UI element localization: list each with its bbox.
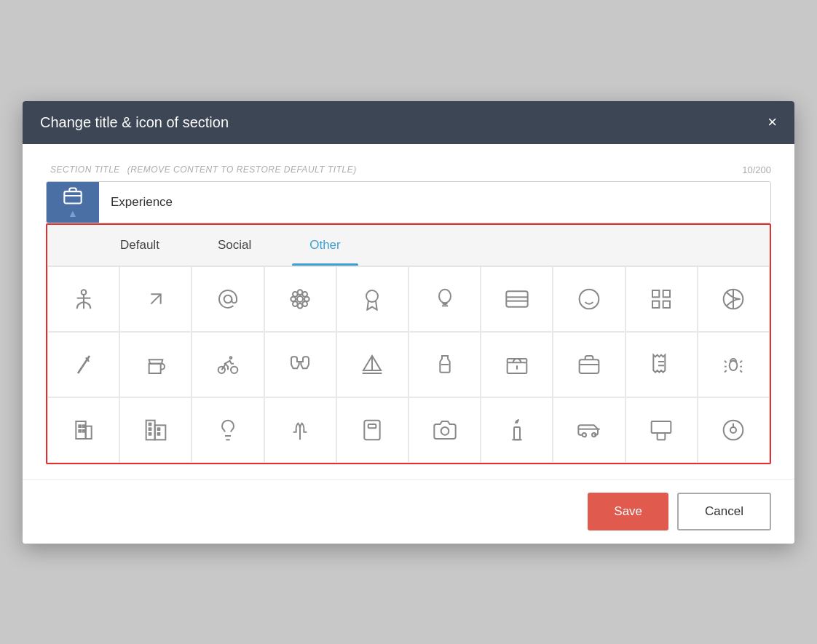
svg-rect-38 <box>580 359 599 373</box>
icon-treasure-box[interactable] <box>481 332 553 397</box>
modal-footer: Save Cancel <box>23 479 794 544</box>
svg-point-6 <box>297 296 303 302</box>
svg-line-29 <box>78 356 90 373</box>
svg-rect-53 <box>149 428 151 430</box>
icon-billboard[interactable] <box>625 397 698 463</box>
svg-rect-58 <box>368 424 376 428</box>
svg-rect-24 <box>663 290 670 297</box>
icon-bottle[interactable] <box>408 332 481 397</box>
svg-point-32 <box>230 357 232 359</box>
svg-rect-54 <box>149 433 151 435</box>
svg-rect-48 <box>79 430 81 432</box>
close-button[interactable]: × <box>767 114 777 130</box>
svg-point-15 <box>366 290 378 302</box>
icon-cd[interactable] <box>698 397 770 463</box>
icon-camera[interactable] <box>408 397 481 463</box>
svg-rect-23 <box>652 290 659 297</box>
title-input[interactable] <box>99 182 770 223</box>
briefcase-icon <box>63 186 83 206</box>
icon-lightbulb[interactable] <box>192 397 264 463</box>
icon-receipt[interactable] <box>625 332 698 397</box>
svg-point-9 <box>291 296 296 301</box>
icon-beer[interactable] <box>119 332 192 397</box>
svg-rect-56 <box>157 433 159 435</box>
svg-point-16 <box>439 289 451 303</box>
icon-car[interactable] <box>553 397 625 463</box>
tabs-container: Default Social Other <box>46 223 771 464</box>
modal-header: Change title & icon of section × <box>23 101 794 144</box>
cancel-button[interactable]: Cancel <box>677 493 771 530</box>
icon-preview: ▲ <box>47 182 99 223</box>
svg-rect-25 <box>652 301 659 307</box>
svg-point-14 <box>303 301 308 306</box>
svg-point-69 <box>592 433 596 437</box>
svg-rect-49 <box>82 430 84 432</box>
icon-award[interactable] <box>336 266 408 332</box>
icon-calculator[interactable] <box>336 397 408 463</box>
svg-point-13 <box>293 301 298 306</box>
icon-bicycle[interactable] <box>192 332 264 397</box>
svg-rect-57 <box>365 420 380 440</box>
icon-grid[interactable] <box>625 266 698 332</box>
icon-preview-chevron: ▲ <box>68 207 78 219</box>
tab-social[interactable]: Social <box>189 225 280 266</box>
svg-rect-55 <box>157 428 159 430</box>
svg-point-10 <box>304 296 309 301</box>
char-count: 10/200 <box>742 164 771 175</box>
section-label: SECTION TITLE (REMOVE CONTENT TO RESTORE… <box>46 164 357 175</box>
svg-rect-17 <box>506 291 527 306</box>
svg-rect-44 <box>85 426 91 438</box>
svg-rect-46 <box>79 425 81 427</box>
icon-flower[interactable] <box>264 266 336 332</box>
svg-point-75 <box>730 427 736 433</box>
icon-money[interactable] <box>481 266 553 332</box>
svg-point-30 <box>231 366 237 373</box>
svg-point-8 <box>298 303 303 309</box>
icon-building-sm[interactable] <box>47 397 119 463</box>
svg-point-2 <box>81 290 86 295</box>
icon-cactus[interactable] <box>264 397 336 463</box>
svg-point-65 <box>441 427 449 435</box>
icon-candle[interactable] <box>481 397 553 463</box>
svg-rect-52 <box>149 423 151 425</box>
icon-baseball-bat[interactable] <box>47 332 119 397</box>
icon-briefcase2[interactable] <box>553 332 625 397</box>
icon-sailboat[interactable] <box>336 332 408 397</box>
svg-point-12 <box>303 292 308 297</box>
icon-binoculars[interactable] <box>264 332 336 397</box>
icon-building-lg[interactable] <box>119 397 192 463</box>
tabs-bar: Default Social Other <box>47 225 770 266</box>
svg-point-5 <box>224 295 232 303</box>
svg-rect-0 <box>64 191 81 203</box>
svg-point-42 <box>730 360 738 370</box>
section-label-row: SECTION TITLE (REMOVE CONTENT TO RESTORE… <box>46 164 771 175</box>
icon-anchor[interactable] <box>47 266 119 332</box>
modal-body: SECTION TITLE (REMOVE CONTENT TO RESTORE… <box>23 144 794 479</box>
svg-point-20 <box>580 289 599 309</box>
svg-point-68 <box>583 433 586 437</box>
save-button[interactable]: Save <box>588 493 668 530</box>
icon-balloon[interactable] <box>408 266 481 332</box>
tab-other[interactable]: Other <box>280 225 370 266</box>
icon-arrow-up-right[interactable] <box>119 266 192 332</box>
icon-basketball[interactable] <box>698 266 770 332</box>
icons-grid <box>47 266 770 463</box>
svg-line-4 <box>151 294 160 303</box>
icon-bug[interactable] <box>698 332 770 397</box>
svg-point-11 <box>293 292 298 297</box>
icon-at-sign[interactable] <box>192 266 264 332</box>
svg-rect-47 <box>82 425 84 427</box>
svg-rect-70 <box>652 421 671 433</box>
svg-point-7 <box>298 290 303 295</box>
svg-rect-66 <box>514 427 520 440</box>
modal-dialog: Change title & icon of section × SECTION… <box>23 101 794 544</box>
icons-grid-wrapper <box>47 266 770 463</box>
icon-face[interactable] <box>553 266 625 332</box>
title-input-row: ▲ <box>46 181 771 223</box>
tab-default[interactable]: Default <box>91 225 189 266</box>
svg-rect-26 <box>663 301 670 307</box>
modal-title: Change title & icon of section <box>40 114 229 131</box>
